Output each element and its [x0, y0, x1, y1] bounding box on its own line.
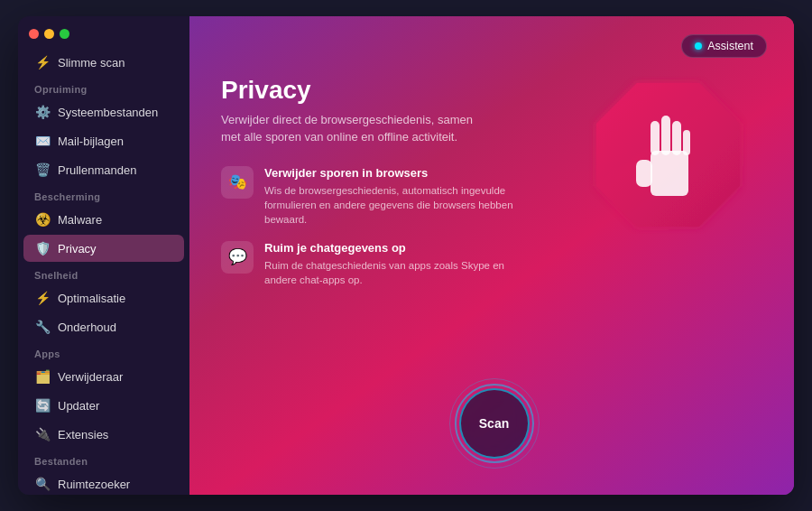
- verwijderaar-label: Verwijderaar: [58, 370, 123, 384]
- browser-feature-icon: 🎭: [221, 166, 254, 199]
- header-bar: Assistent: [221, 34, 767, 58]
- sidebar-item-slimme-scan[interactable]: ⚡ Slimme scan: [23, 49, 184, 76]
- scan-button[interactable]: Scan: [459, 388, 530, 459]
- content-row: Privacy Verwijder direct de browsergesch…: [221, 67, 767, 379]
- verwijderaar-icon: 🗂️: [34, 368, 51, 385]
- slimme-scan-icon: ⚡: [34, 54, 51, 70]
- privacy-label: Privacy: [58, 242, 97, 256]
- sidebar-item-privacy[interactable]: 🛡️ Privacy: [23, 235, 184, 262]
- svg-rect-5: [672, 121, 681, 155]
- section-bestanden: Bestanden: [18, 449, 189, 469]
- chat-feature-text: Ruim je chatgegevens op Ruim de chatgesc…: [264, 241, 528, 287]
- updater-label: Updater: [58, 399, 99, 413]
- extensies-icon: 🔌: [34, 426, 51, 442]
- sidebar-item-onderhoud[interactable]: 🔧 Onderhoud: [23, 313, 184, 340]
- svg-rect-6: [683, 130, 690, 155]
- text-section: Privacy Verwijder direct de browsergesch…: [221, 67, 568, 302]
- prullenmanden-icon: 🗑️: [34, 162, 51, 178]
- window-controls: [18, 29, 189, 48]
- octagon-svg: [589, 76, 747, 234]
- assistant-status-dot: [695, 42, 702, 50]
- chat-feature-desc: Ruim de chatgeschiedenis van apps zoals …: [264, 258, 528, 287]
- optimalisatie-label: Optimalisatie: [58, 292, 125, 305]
- main-panel: Assistent Privacy Verwijder direct de br…: [189, 16, 794, 495]
- section-bescherming: Bescherming: [18, 184, 189, 205]
- content-area: Assistent Privacy Verwijder direct de br…: [189, 16, 794, 495]
- sidebar-item-updater[interactable]: 🔄 Updater: [23, 392, 184, 419]
- sidebar-item-mail-bijlagen[interactable]: ✉️ Mail-bijlagen: [23, 127, 184, 154]
- svg-rect-2: [636, 160, 652, 187]
- assistant-label: Assistent: [707, 40, 753, 52]
- section-apps: Apps: [18, 341, 189, 362]
- mail-bijlagen-icon: ✉️: [34, 133, 51, 149]
- sidebar-item-extensies[interactable]: 🔌 Extensies: [23, 421, 184, 448]
- systeembestanden-icon: ⚙️: [34, 104, 51, 120]
- malware-icon: ☣️: [34, 211, 51, 228]
- sidebar: ⚡ Slimme scan Opruiming ⚙️ Systeembestan…: [18, 16, 189, 495]
- page-subtitle: Verwijder direct de browsergeschiedenis,…: [221, 112, 492, 146]
- mail-bijlagen-label: Mail-bijlagen: [58, 135, 124, 148]
- browser-feature-desc: Wis de browsergeschiedenis, automatisch …: [264, 183, 528, 227]
- maximize-button[interactable]: [60, 29, 69, 39]
- page-title: Privacy: [221, 76, 568, 105]
- feature-browser: 🎭 Verwijder sporen in browsers Wis de br…: [221, 166, 528, 227]
- sidebar-item-malware[interactable]: ☣️ Malware: [23, 206, 184, 233]
- svg-rect-3: [651, 121, 660, 155]
- onderhoud-icon: 🔧: [34, 319, 51, 335]
- sidebar-item-prullenmanden[interactable]: 🗑️ Prullenmanden: [23, 156, 184, 183]
- browser-feature-title: Verwijder sporen in browsers: [264, 166, 528, 180]
- svg-rect-1: [651, 151, 688, 196]
- prullenmanden-label: Prullenmanden: [58, 163, 136, 177]
- hero-icon-section: [568, 67, 767, 234]
- browser-feature-text: Verwijder sporen in browsers Wis de brow…: [264, 166, 528, 227]
- sidebar-item-verwijderaar[interactable]: 🗂️ Verwijderaar: [23, 363, 184, 390]
- close-button[interactable]: [29, 29, 39, 39]
- sidebar-item-ruimtezoeker[interactable]: 🔍 Ruimtezoeker: [23, 470, 184, 495]
- scan-button-wrap: Scan: [459, 388, 530, 459]
- slimme-scan-label: Slimme scan: [58, 56, 125, 70]
- sidebar-item-optimalisatie[interactable]: ⚡ Optimalisatie: [23, 284, 184, 311]
- optimalisatie-icon: ⚡: [34, 290, 51, 306]
- main-window: ⚡ Slimme scan Opruiming ⚙️ Systeembestan…: [18, 16, 794, 495]
- onderhoud-label: Onderhoud: [58, 321, 116, 334]
- section-snelheid: Snelheid: [18, 263, 189, 283]
- privacy-octagon: [589, 76, 747, 234]
- chat-feature-title: Ruim je chatgegevens op: [264, 241, 528, 255]
- svg-rect-4: [661, 116, 670, 155]
- feature-chat: 💬 Ruim je chatgegevens op Ruim de chatge…: [221, 241, 528, 287]
- minimize-button[interactable]: [44, 29, 54, 39]
- ruimtezoeker-label: Ruimtezoeker: [58, 478, 130, 491]
- assistant-badge[interactable]: Assistent: [681, 34, 767, 58]
- chat-feature-icon: 💬: [221, 241, 254, 274]
- malware-label: Malware: [58, 213, 102, 227]
- updater-icon: 🔄: [34, 397, 51, 413]
- scan-area: Scan: [221, 379, 767, 477]
- extensies-label: Extensies: [58, 428, 108, 441]
- systeembestanden-label: Systeembestanden: [58, 106, 158, 119]
- privacy-icon: 🛡️: [34, 240, 51, 256]
- ruimtezoeker-icon: 🔍: [34, 476, 51, 492]
- sidebar-item-systeembestanden[interactable]: ⚙️ Systeembestanden: [23, 98, 184, 125]
- section-opruiming: Opruiming: [18, 77, 189, 98]
